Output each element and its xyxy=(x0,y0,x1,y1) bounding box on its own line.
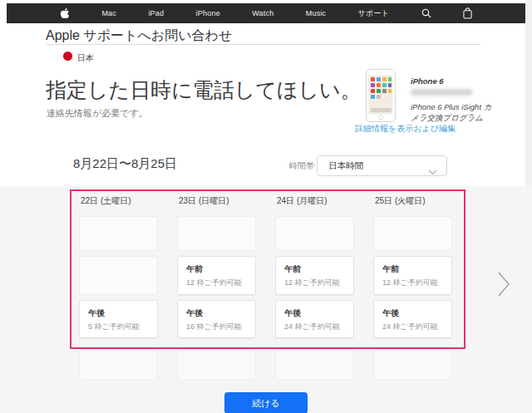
slot-period: 午後 xyxy=(88,307,157,319)
hero-subtitle: 連絡先情報が必要です。 xyxy=(47,107,148,120)
nav-item-support[interactable]: サポート xyxy=(358,8,389,19)
time-slot-afternoon[interactable]: 午後 24 枠ご予約可能 xyxy=(373,300,452,338)
time-slot-unavailable xyxy=(373,349,452,381)
slot-availability: 12 枠ご予約可能 xyxy=(186,278,255,288)
day-column-22: 22日 (土曜日) 午後 5 枠ご予約可能 xyxy=(79,189,158,382)
details-edit-link[interactable]: 詳細情報を表示および編集 xyxy=(355,123,456,135)
slot-availability: 12 枠ご予約可能 xyxy=(284,278,353,288)
nav-item-music[interactable]: Music xyxy=(306,9,327,17)
slot-period: 午前 xyxy=(382,263,451,275)
device-serial-redacted xyxy=(411,89,472,96)
device-info: iPhone 6 iPhone 6 Plus iSight カメラ交換プログラム xyxy=(411,76,497,124)
slot-availability: 16 枠ご予約可能 xyxy=(186,322,255,332)
time-slot-afternoon[interactable]: 午後 24 枠ご予約可能 xyxy=(275,300,354,338)
chevron-right-icon[interactable] xyxy=(497,271,510,301)
slot-availability: 12 枠ご予約可能 xyxy=(382,278,451,288)
nav-item-mac[interactable]: Mac xyxy=(101,9,116,17)
time-slot-unavailable xyxy=(177,216,256,251)
continue-button[interactable]: 続ける xyxy=(224,392,308,413)
time-slot-unavailable xyxy=(79,349,158,381)
day-column-25: 25日 (火曜日) 午前 12 枠ご予約可能 午後 24 枠ご予約可能 xyxy=(373,189,452,382)
time-slot-morning[interactable]: 午前 12 枠ご予約可能 xyxy=(373,256,452,295)
apple-logo-icon[interactable] xyxy=(60,7,70,19)
day-column-24: 24日 (月曜日) 午前 12 枠ご予約可能 午後 24 枠ご予約可能 xyxy=(275,189,354,382)
time-slot-unavailable xyxy=(79,256,158,295)
hero-title: 指定した日時に電話してほしい。 xyxy=(46,76,362,104)
japan-flag-icon xyxy=(63,52,72,61)
time-slot-unavailable xyxy=(79,216,158,251)
nav-item-watch[interactable]: Watch xyxy=(252,9,273,17)
timezone-select[interactable]: 日本時間 xyxy=(317,155,447,176)
nav-item-ipad[interactable]: iPad xyxy=(148,9,164,17)
time-slot-unavailable xyxy=(373,216,452,251)
iphone-image xyxy=(366,69,396,125)
region-selector[interactable]: 日本 xyxy=(77,52,94,64)
page-title: Apple サポートへお問い合わせ xyxy=(46,27,232,45)
chevron-down-icon xyxy=(428,164,437,179)
time-slot-afternoon[interactable]: 午後 5 枠ご予約可能 xyxy=(79,300,158,338)
time-slot-morning[interactable]: 午前 12 枠ご予約可能 xyxy=(177,256,256,295)
slot-availability: 5 枠ご予約可能 xyxy=(88,322,157,332)
nav-item-iphone[interactable]: iPhone xyxy=(196,9,220,17)
time-slot-morning[interactable]: 午前 12 枠ご予約可能 xyxy=(275,256,354,295)
bag-icon[interactable] xyxy=(463,7,472,19)
time-slot-unavailable xyxy=(275,349,354,381)
date-range: 8月22日〜8月25日 xyxy=(73,156,177,172)
slot-period: 午前 xyxy=(186,263,255,275)
time-slot-unavailable xyxy=(275,216,354,251)
slot-period: 午後 xyxy=(186,307,255,319)
day-header: 23日 (日曜日) xyxy=(179,195,229,207)
device-name: iPhone 6 xyxy=(411,76,497,86)
day-header: 22日 (土曜日) xyxy=(81,195,131,207)
slot-period: 午前 xyxy=(284,263,353,275)
time-slot-unavailable xyxy=(177,349,256,381)
day-header: 25日 (火曜日) xyxy=(375,195,426,207)
timezone-label: 時間帯 xyxy=(289,160,314,172)
day-column-23: 23日 (日曜日) 午前 12 枠ご予約可能 午後 16 枠ご予約可能 xyxy=(177,189,256,382)
device-program: iPhone 6 Plus iSight カメラ交換プログラム xyxy=(411,101,497,124)
search-icon[interactable] xyxy=(421,8,431,18)
global-nav: Mac iPad iPhone Watch Music サポート xyxy=(7,3,525,23)
slot-availability: 24 枠ご予約可能 xyxy=(284,322,353,332)
day-header: 24日 (月曜日) xyxy=(277,195,328,207)
header-divider xyxy=(46,44,480,45)
slot-period: 午後 xyxy=(284,307,353,319)
time-slot-afternoon[interactable]: 午後 16 枠ご予約可能 xyxy=(177,300,256,338)
slot-availability: 24 枠ご予約可能 xyxy=(382,322,451,332)
slot-period: 午後 xyxy=(382,307,451,319)
timezone-value: 日本時間 xyxy=(318,160,363,172)
